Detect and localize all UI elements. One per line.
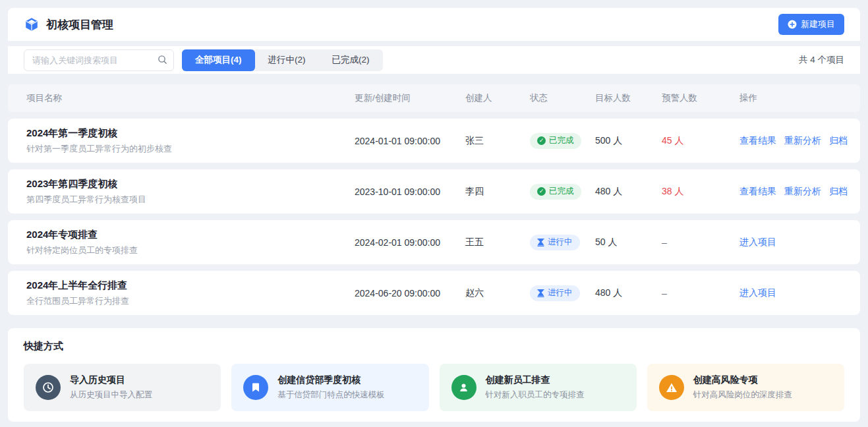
- view-results-link[interactable]: 查看结果: [739, 135, 776, 147]
- enter-project-link[interactable]: 进入项目: [739, 287, 776, 299]
- tab-all-projects[interactable]: 全部项目(4): [182, 49, 255, 71]
- col-actions: 操作: [739, 92, 860, 104]
- quick-import-history[interactable]: 导入历史项目 从历史项目中导入配置: [24, 364, 221, 411]
- table-row: 2024年专项排查 针对特定岗位员工的专项排查 2024-02-01 09:00…: [8, 220, 860, 264]
- project-name: 2024年专项排查: [26, 228, 355, 241]
- quick-item-title: 导入历史项目: [70, 374, 152, 386]
- status-badge: 进行中: [530, 235, 580, 250]
- target-count: 480 人: [595, 186, 662, 198]
- archive-link[interactable]: 归档: [829, 135, 848, 147]
- quick-item-title: 创建新员工排查: [486, 374, 585, 386]
- tab-group: 全部项目(4) 进行中(2) 已完成(2): [182, 49, 383, 71]
- total-count: 共 4 个项目: [799, 54, 844, 66]
- quick-create-new-employee-check[interactable]: 创建新员工排查 针对新入职员工的专项排查: [440, 364, 637, 411]
- quick-create-credit-review[interactable]: 创建信贷部季度初核 基于信贷部门特点的快速模板: [231, 364, 428, 411]
- project-name: 2023年第四季度初核: [26, 177, 355, 190]
- project-description: 全行范围员工异常行为排查: [26, 295, 355, 307]
- bookmark-icon: [243, 375, 268, 400]
- update-time: 2023-10-01 09:00:00: [355, 186, 465, 197]
- cube-logo-icon: [24, 16, 40, 32]
- hourglass-icon: [537, 289, 544, 297]
- view-results-link[interactable]: 查看结果: [739, 186, 776, 198]
- update-time: 2024-01-01 09:00:00: [355, 136, 465, 146]
- tab-completed[interactable]: 已完成(2): [319, 49, 383, 71]
- project-description: 第四季度员工异常行为核查项目: [26, 194, 355, 206]
- clock-icon: [36, 375, 61, 400]
- quick-item-title: 创建高风险专项: [693, 374, 792, 386]
- enter-project-link[interactable]: 进入项目: [739, 237, 776, 248]
- status-badge: ✓ 已完成: [530, 133, 581, 149]
- quick-item-desc: 针对新入职员工的专项排查: [486, 389, 585, 401]
- hourglass-icon: [537, 239, 544, 246]
- reanalyze-link[interactable]: 重新分析: [784, 186, 821, 198]
- target-count: 50 人: [595, 237, 662, 248]
- quick-item-title: 创建信贷部季度初核: [277, 374, 385, 386]
- table-row: 2023年第四季度初核 第四季度员工异常行为核查项目 2023-10-01 09…: [8, 169, 860, 214]
- col-warning-count: 预警人数: [662, 92, 739, 104]
- quick-actions-title: 快捷方式: [24, 340, 844, 353]
- warning-triangle-icon: [659, 375, 684, 400]
- tab-in-progress[interactable]: 进行中(2): [255, 49, 319, 71]
- toolbar: 全部项目(4) 进行中(2) 已完成(2) 共 4 个项目: [8, 46, 860, 74]
- status-badge: ✓ 已完成: [530, 184, 581, 200]
- quick-actions-section: 快捷方式 导入历史项目 从历史项目中导入配置: [8, 328, 860, 422]
- creator: 赵六: [465, 287, 530, 299]
- plus-circle-icon: [788, 20, 797, 29]
- creator: 李四: [465, 186, 530, 198]
- header-bar: 初核项目管理 新建项目: [8, 8, 860, 41]
- update-time: 2024-02-01 09:00:00: [355, 237, 465, 248]
- search-input[interactable]: [24, 49, 174, 71]
- archive-link[interactable]: 归档: [829, 186, 848, 198]
- person-icon: [451, 375, 477, 400]
- warning-count: –: [662, 237, 739, 248]
- page-title: 初核项目管理: [46, 17, 113, 32]
- reanalyze-link[interactable]: 重新分析: [784, 135, 821, 147]
- search-box: [24, 49, 174, 71]
- warning-count: 45 人: [662, 135, 739, 147]
- check-circle-icon: ✓: [537, 136, 546, 145]
- project-name: 2024年第一季度初核: [26, 127, 355, 140]
- quick-item-desc: 针对高风险岗位的深度排查: [693, 389, 792, 401]
- target-count: 480 人: [595, 287, 662, 299]
- update-time: 2024-06-20 09:00:00: [355, 288, 465, 299]
- table-header: 项目名称 更新/创建时间 创建人 状态 目标人数 预警人数 操作: [8, 84, 860, 112]
- creator: 王五: [465, 237, 530, 248]
- creator: 张三: [465, 135, 530, 147]
- warning-count: –: [662, 288, 739, 299]
- col-project-name: 项目名称: [26, 92, 355, 104]
- search-icon: [158, 55, 167, 67]
- page: 初核项目管理 新建项目 全部项目(4) 进行中(2): [0, 0, 868, 427]
- col-creator: 创建人: [465, 92, 530, 104]
- target-count: 500 人: [595, 135, 662, 147]
- warning-count: 38 人: [662, 186, 739, 198]
- quick-item-desc: 从历史项目中导入配置: [70, 389, 152, 401]
- project-description: 针对第一季度员工异常行为的初步核查: [26, 143, 355, 155]
- quick-create-high-risk-special[interactable]: 创建高风险专项 针对高风险岗位的深度排查: [647, 364, 844, 411]
- quick-item-desc: 基于信贷部门特点的快速模板: [277, 389, 385, 401]
- check-circle-icon: ✓: [537, 187, 546, 196]
- table-row: 2024年上半年全行排查 全行范围员工异常行为排查 2024-06-20 09:…: [8, 271, 860, 315]
- col-target-count: 目标人数: [595, 92, 662, 104]
- col-update-time: 更新/创建时间: [355, 92, 465, 104]
- new-project-button[interactable]: 新建项目: [778, 14, 844, 35]
- table-row: 2024年第一季度初核 针对第一季度员工异常行为的初步核查 2024-01-01…: [8, 119, 860, 163]
- status-badge: 进行中: [530, 285, 580, 301]
- project-description: 针对特定岗位员工的专项排查: [26, 244, 355, 256]
- project-name: 2024年上半年全行排查: [26, 279, 355, 292]
- col-status: 状态: [530, 92, 595, 104]
